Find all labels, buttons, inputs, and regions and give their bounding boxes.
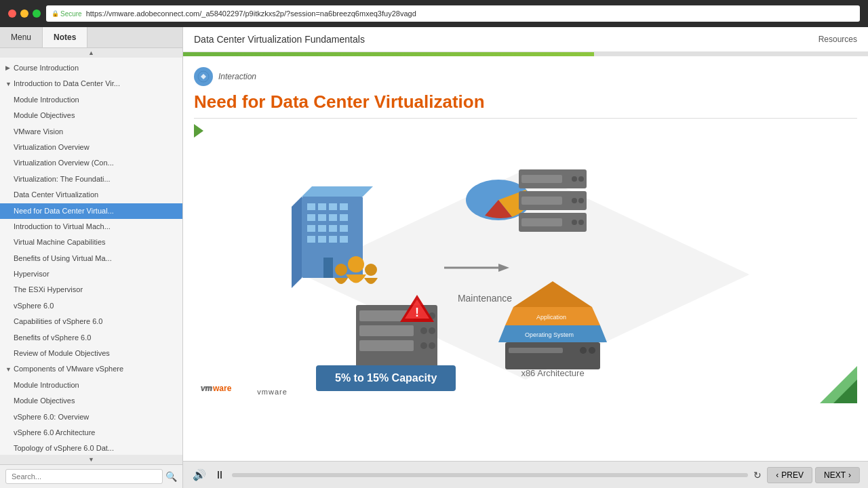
sidebar-item-11[interactable]: Virtual Machine Capabilities [0, 235, 182, 250]
svg-point-58 [429, 342, 435, 349]
sidebar-item-label-9: Need for Data Center Virtual... [14, 206, 114, 216]
reload-button[interactable]: ↻ [753, 470, 762, 481]
volume-button[interactable]: 🔊 [191, 467, 208, 483]
sidebar-item-label-17: Benefits of vSphere 6.0 [14, 333, 91, 343]
sidebar-item-18[interactable]: Review of Module Objectives [0, 346, 182, 361]
svg-point-38 [572, 220, 577, 225]
sidebar-item-17[interactable]: Benefits of vSphere 6.0 [0, 330, 182, 346]
svg-point-31 [578, 176, 584, 182]
search-input[interactable] [5, 469, 163, 484]
sidebar-item-label-1: Introduction to Data Center Vir... [14, 79, 120, 89]
sidebar-item-16[interactable]: Capabilities of vSphere 6.0 [0, 314, 182, 329]
sidebar-item-8[interactable]: Data Center Virtualization [0, 187, 182, 203]
sidebar-item-label-15: vSphere 6.0 [14, 301, 54, 311]
svg-text:ware: ware [212, 384, 232, 393]
svg-rect-4 [318, 203, 326, 210]
scroll-down-button[interactable]: ▼ [0, 455, 182, 464]
sidebar-item-1[interactable]: ▼ Introduction to Data Center Vir... [0, 76, 182, 92]
sidebar-item-label-3: Module Objectives [14, 110, 75, 121]
sidebar-item-19[interactable]: ▼ Components of VMware vSphere [0, 361, 182, 377]
svg-rect-14 [340, 225, 348, 232]
nav-arrow-1: ▼ [5, 80, 14, 89]
sidebar-item-label-12: Benefits of Using Virtual Ma... [14, 253, 112, 264]
svg-marker-20 [292, 197, 302, 288]
sidebar-item-15[interactable]: vSphere 6.0 [0, 298, 182, 314]
search-button[interactable]: 🔍 [165, 471, 177, 482]
sidebar-item-20[interactable]: Module Introduction [0, 378, 182, 393]
svg-rect-37 [521, 218, 562, 226]
sidebar-item-3[interactable]: Module Objectives [0, 108, 182, 123]
svg-rect-8 [318, 214, 326, 221]
interaction-icon [194, 67, 213, 86]
address-bar[interactable]: 🔒 Secure https://vmware.adobeconnect.com… [46, 5, 860, 22]
player-controls: 🔊 ⏸ ↻ ‹ PREV NEXT › [183, 461, 868, 488]
content-header: Data Center Virtualization Fundamentals … [183, 27, 868, 52]
sidebar-item-2[interactable]: Module Introduction [0, 92, 182, 108]
svg-point-42 [580, 347, 587, 354]
sidebar-item-label-11: Virtual Machine Capabilities [14, 237, 106, 247]
svg-point-34 [572, 198, 577, 203]
slide-header: Interaction [194, 67, 857, 86]
tab-notes[interactable]: Notes [43, 27, 87, 47]
capacity-badge: 5% to 15% Capacity [316, 365, 456, 391]
server-stack-group [519, 169, 587, 232]
sidebar-item-10[interactable]: Introduction to Virtual Mach... [0, 219, 182, 235]
minimize-btn[interactable] [20, 9, 28, 18]
sidebar-item-9[interactable]: Need for Data Center Virtual... [0, 203, 182, 219]
svg-rect-51 [359, 325, 414, 336]
interaction-label: Interaction [218, 72, 256, 81]
vmware-logo: vm ware vm vmware [201, 381, 288, 396]
slide-title: Need for Data Center Virtualization [194, 92, 857, 119]
scroll-up-button[interactable]: ▲ [0, 48, 182, 58]
warning-cluster: ! [356, 295, 437, 373]
next-label: NEXT [824, 470, 846, 480]
sidebar-item-24[interactable]: Topology of vSphere 6.0 Dat... [0, 441, 182, 455]
sidebar-item-0[interactable]: ▶ Course Introduction [0, 60, 182, 76]
prev-button[interactable]: ‹ PREV [767, 467, 812, 483]
svg-point-22 [348, 256, 364, 272]
svg-rect-41 [509, 348, 563, 353]
svg-rect-52 [359, 340, 414, 351]
building-group [292, 186, 373, 288]
svg-text:vm: vm [201, 384, 212, 393]
sidebar-item-label-18: Review of Module Objectives [14, 348, 110, 359]
svg-point-30 [572, 176, 577, 182]
maximize-btn[interactable] [33, 9, 41, 18]
svg-rect-29 [521, 175, 562, 183]
sidebar: Menu Notes ▲ ▶ Course Introduction▼ Intr… [0, 27, 183, 488]
slide-area: Interaction Need for Data Center Virtual… [183, 56, 868, 461]
sidebar-item-label-14: The ESXi Hypervisor [14, 285, 83, 295]
svg-point-39 [578, 220, 584, 225]
sidebar-item-12[interactable]: Benefits of Using Virtual Ma... [0, 251, 182, 266]
resources-button[interactable]: Resources [818, 35, 857, 44]
nav-buttons: ‹ PREV NEXT › [767, 467, 860, 483]
browser-bar: 🔒 Secure https://vmware.adobeconnect.com… [0, 0, 868, 27]
sidebar-item-14[interactable]: The ESXi Hypervisor [0, 282, 182, 298]
sidebar-item-7[interactable]: Virtualization: The Foundati... [0, 171, 182, 187]
svg-rect-19 [323, 258, 333, 278]
sidebar-item-21[interactable]: Module Objectives [0, 393, 182, 409]
sidebar-item-label-23: vSphere 6.0 Architecture [14, 428, 95, 438]
sidebar-item-23[interactable]: vSphere 6.0 Architecture [0, 425, 182, 441]
flag-marker [194, 124, 203, 138]
sidebar-item-22[interactable]: vSphere 6.0: Overview [0, 409, 182, 425]
nav-arrow-0: ▶ [5, 64, 14, 73]
playback-progress[interactable] [232, 473, 748, 477]
sidebar-item-label-2: Module Introduction [14, 95, 79, 105]
svg-rect-13 [329, 225, 337, 232]
svg-rect-6 [340, 203, 348, 210]
svg-rect-11 [307, 225, 315, 232]
next-button[interactable]: NEXT › [815, 467, 860, 483]
sidebar-item-13[interactable]: Hypervisor [0, 266, 182, 282]
sidebar-item-5[interactable]: Virtualization Overview [0, 140, 182, 155]
sidebar-item-4[interactable]: VMware Vision [0, 124, 182, 140]
sidebar-item-6[interactable]: Virtualization Overview (Con... [0, 155, 182, 171]
svg-point-43 [589, 347, 595, 354]
sidebar-tabs: Menu Notes [0, 27, 182, 48]
pause-button[interactable]: ⏸ [213, 468, 226, 483]
corner-logo [820, 366, 857, 403]
close-btn[interactable] [8, 9, 16, 18]
sidebar-item-label-20: Module Introduction [14, 380, 79, 390]
tab-menu[interactable]: Menu [0, 27, 43, 47]
svg-rect-12 [318, 225, 326, 232]
